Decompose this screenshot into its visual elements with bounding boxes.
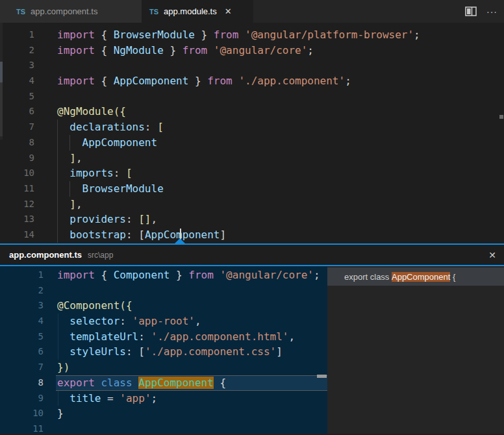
code-line: 11 BrowserModule bbox=[0, 181, 504, 197]
code-token: { bbox=[95, 269, 114, 281]
code-token: @NgModule bbox=[57, 105, 114, 118]
peek-overview-marker bbox=[317, 375, 327, 378]
code-line: 9 ], bbox=[0, 151, 504, 166]
code-token: '@angular/platform-browser' bbox=[245, 29, 414, 41]
code-token: @Component bbox=[57, 299, 120, 312]
code-token bbox=[57, 167, 69, 179]
code-line: 10} bbox=[0, 406, 327, 421]
code-line: 4 selector: 'app-root', bbox=[0, 314, 327, 329]
editor-pane[interactable]: 1import { BrowserModule } from '@angular… bbox=[0, 23, 504, 243]
code-token: styleUrls bbox=[69, 345, 126, 358]
code-token: './app.component.html' bbox=[151, 330, 289, 343]
scrollbar-thumb[interactable] bbox=[0, 62, 3, 82]
code-line: 2import { NgModule } from '@angular/core… bbox=[0, 43, 504, 58]
tab-app-module-ts[interactable]: TS app.module.ts ✕ bbox=[142, 0, 253, 23]
code-token: bootstrap bbox=[69, 229, 126, 241]
line-number: 3 bbox=[0, 298, 44, 314]
code-token bbox=[57, 198, 69, 210]
code-token: 'app-root' bbox=[132, 315, 195, 327]
code-token: , bbox=[76, 198, 82, 210]
code-token: AppComponent bbox=[114, 75, 189, 87]
tab-app-component-ts[interactable]: TS app.component.ts bbox=[0, 0, 142, 23]
code-line: 3 bbox=[0, 58, 504, 73]
code-token: : bbox=[126, 213, 138, 225]
code-token: [ bbox=[138, 345, 145, 358]
code-token bbox=[57, 330, 69, 343]
code-line: 3@Component({ bbox=[0, 298, 327, 314]
code-token: ; bbox=[345, 75, 351, 87]
code-token: ] bbox=[276, 345, 283, 358]
code-line: 11 bbox=[0, 421, 327, 434]
code-token: ; bbox=[307, 44, 314, 56]
code-token: './app.component.css' bbox=[145, 345, 276, 358]
peek-editor[interactable]: 1import { Component } from '@angular/cor… bbox=[0, 266, 327, 434]
code-token: , bbox=[76, 152, 82, 164]
tab-label: app.module.ts bbox=[164, 6, 217, 16]
close-tab-icon[interactable]: ✕ bbox=[225, 6, 232, 16]
code-token bbox=[57, 213, 69, 225]
code-token bbox=[57, 345, 69, 358]
line-number: 8 bbox=[0, 135, 34, 151]
code-token bbox=[57, 152, 69, 164]
code-line: 14 bootstrap: [AppComponent] bbox=[0, 227, 504, 243]
code-token: '@angular/core' bbox=[220, 269, 314, 281]
code-token: title bbox=[69, 392, 101, 404]
code-token: ] bbox=[69, 198, 76, 210]
code-token bbox=[207, 44, 214, 56]
peek-view: app.component.ts src\app ✕ 1import { Com… bbox=[0, 243, 504, 435]
peek-references-list: export class AppComponent { bbox=[327, 266, 504, 434]
reference-text: { bbox=[450, 272, 455, 282]
code-line: 8 AppComponent bbox=[0, 135, 504, 151]
peek-arrow-icon bbox=[174, 238, 186, 244]
code-token: AppComponent bbox=[82, 136, 158, 149]
more-actions-icon[interactable]: ··· bbox=[486, 6, 498, 17]
line-number: 6 bbox=[0, 344, 44, 360]
code-token: }) bbox=[57, 361, 69, 373]
code-line: 10 imports: [ bbox=[0, 166, 504, 181]
line-number: 8 bbox=[0, 375, 44, 391]
code-token: : bbox=[126, 345, 138, 358]
code-token: , bbox=[195, 315, 201, 327]
line-number: 7 bbox=[0, 360, 44, 375]
code-token: : bbox=[145, 121, 157, 133]
line-number: 1 bbox=[0, 267, 44, 283]
code-token: export bbox=[57, 377, 95, 389]
code-line: 12 ], bbox=[0, 197, 504, 212]
line-number: 14 bbox=[0, 227, 34, 243]
line-number: 4 bbox=[0, 73, 34, 89]
code-token: from bbox=[214, 29, 239, 41]
code-token: './app.component' bbox=[238, 75, 345, 87]
line-number: 11 bbox=[0, 421, 44, 434]
line-number: 2 bbox=[0, 43, 34, 58]
code-line: 5 templateUrl: './app.component.html', bbox=[0, 329, 327, 345]
code-token: [] bbox=[138, 213, 151, 225]
line-number: 7 bbox=[0, 119, 34, 135]
peek-header: app.component.ts src\app ✕ bbox=[0, 245, 504, 266]
code-token bbox=[233, 75, 239, 87]
tab-label: app.component.ts bbox=[31, 6, 97, 16]
code-token bbox=[95, 377, 101, 389]
line-number: 10 bbox=[0, 166, 34, 181]
peek-close-icon[interactable]: ✕ bbox=[488, 250, 496, 260]
code-token: import bbox=[57, 29, 95, 41]
split-editor-icon[interactable] bbox=[465, 6, 477, 16]
code-token bbox=[57, 392, 69, 404]
code-lines: 1import { BrowserModule } from '@angular… bbox=[0, 27, 504, 243]
code-token: BrowserModule bbox=[82, 182, 164, 195]
peek-title: app.component.ts bbox=[9, 250, 82, 260]
tab-bar: TS app.component.ts TS app.module.ts ✕ ·… bbox=[0, 0, 504, 23]
code-token: ; bbox=[314, 269, 320, 281]
peek-file-path: src\app bbox=[88, 251, 113, 260]
code-token: , bbox=[151, 213, 158, 225]
code-token: : bbox=[126, 229, 138, 241]
line-number: 6 bbox=[0, 104, 34, 119]
code-token: ({ bbox=[120, 299, 132, 312]
line-number: 9 bbox=[0, 391, 44, 406]
typescript-file-icon: TS bbox=[149, 8, 158, 16]
code-token: declarations bbox=[69, 121, 145, 133]
code-token: [ bbox=[157, 121, 164, 133]
code-token: [ bbox=[126, 167, 132, 179]
code-token: ] bbox=[69, 152, 76, 164]
code-token: } bbox=[195, 29, 214, 41]
reference-item[interactable]: export class AppComponent { bbox=[327, 267, 504, 286]
